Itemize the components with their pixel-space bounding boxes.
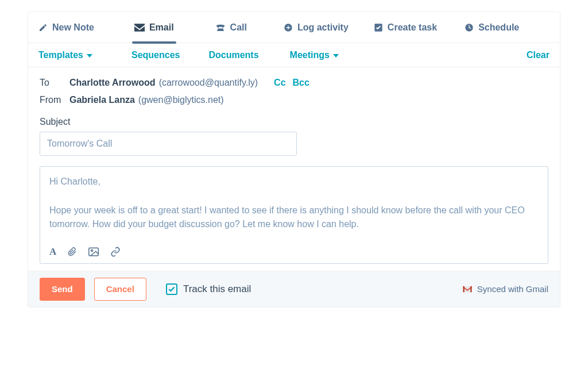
cc-button[interactable]: Cc: [274, 78, 285, 88]
envelope-icon: [134, 24, 145, 32]
tab-create-task[interactable]: Create task: [374, 12, 437, 43]
chevron-down-icon: [333, 54, 339, 57]
toolbar-label: Templates: [38, 50, 83, 60]
to-address: (carrowood@quantify.ly): [159, 78, 258, 88]
synced-status: Synced with Gmail: [462, 284, 548, 294]
image-icon[interactable]: [88, 247, 99, 256]
svg-rect-3: [89, 248, 99, 256]
checkbox-icon: [166, 283, 177, 295]
phone-icon: [215, 23, 226, 32]
checkbox-icon: [374, 23, 383, 32]
from-name: Gabriela Lanza: [69, 95, 135, 105]
link-icon[interactable]: [110, 247, 121, 257]
chevron-down-icon: [87, 54, 92, 57]
button-label: Cancel: [106, 284, 134, 294]
svg-point-4: [91, 250, 93, 251]
tab-label: Log activity: [297, 22, 349, 33]
button-label: Send: [52, 284, 73, 294]
subject-label: Subject: [40, 117, 548, 127]
synced-label: Synced with Gmail: [477, 284, 548, 294]
to-name: Charlotte Arrowood: [69, 78, 156, 88]
tab-label: New Note: [52, 22, 94, 33]
tab-log-activity[interactable]: Log activity: [284, 12, 349, 43]
tab-new-note[interactable]: New Note: [38, 12, 94, 43]
to-row: To Charlotte Arrowood (carrowood@quantif…: [40, 78, 548, 88]
editor-toolbar: A: [49, 246, 539, 258]
templates-dropdown[interactable]: Templates: [38, 50, 92, 60]
toolbar-label: Meetings: [290, 50, 330, 60]
compose-footer: Send Cancel Track this email Synced with…: [28, 271, 560, 306]
toolbar-label: Clear: [527, 50, 550, 60]
clear-button[interactable]: Clear: [527, 50, 550, 60]
compose-toolbar: Templates Sequences Documents Meetings C…: [28, 43, 560, 67]
tab-label: Call: [230, 22, 247, 33]
plus-circle-icon: [284, 23, 293, 32]
email-editor[interactable]: Hi Charlotte, Hope your week is off to a…: [40, 166, 548, 264]
to-label: To: [40, 78, 69, 88]
toolbar-label: Sequences: [131, 50, 180, 60]
attachment-icon[interactable]: [68, 247, 77, 257]
from-row: From Gabriela Lanza (gwen@biglytics.net): [40, 95, 548, 105]
subject-input[interactable]: [40, 132, 297, 156]
bcc-button[interactable]: Bcc: [293, 78, 310, 88]
track-email-checkbox[interactable]: Track this email: [166, 283, 251, 295]
activity-tabs: New Note Email Call Log activity Create …: [28, 12, 560, 43]
toolbar-label: Documents: [208, 50, 258, 60]
sequences-button[interactable]: Sequences: [131, 50, 180, 60]
track-label: Track this email: [183, 283, 251, 295]
tab-label: Schedule: [478, 22, 519, 33]
documents-button[interactable]: Documents: [208, 50, 258, 60]
tab-call[interactable]: Call: [215, 12, 247, 43]
meetings-dropdown[interactable]: Meetings: [290, 50, 339, 60]
clock-icon: [465, 23, 474, 32]
tab-label: Create task: [388, 22, 437, 33]
cancel-button[interactable]: Cancel: [94, 278, 146, 301]
font-icon[interactable]: A: [49, 246, 56, 258]
tab-label: Email: [149, 22, 174, 33]
email-compose-panel: New Note Email Call Log activity Create …: [28, 12, 560, 307]
from-address: (gwen@biglytics.net): [138, 95, 224, 105]
compose-body: To Charlotte Arrowood (carrowood@quantif…: [28, 67, 560, 271]
email-body-text[interactable]: Hi Charlotte, Hope your week is off to a…: [49, 175, 539, 238]
tab-schedule[interactable]: Schedule: [465, 12, 519, 43]
pencil-icon: [38, 23, 48, 32]
from-label: From: [40, 95, 69, 105]
tab-email[interactable]: Email: [134, 12, 174, 43]
gmail-icon: [462, 285, 473, 293]
send-button[interactable]: Send: [40, 278, 85, 301]
